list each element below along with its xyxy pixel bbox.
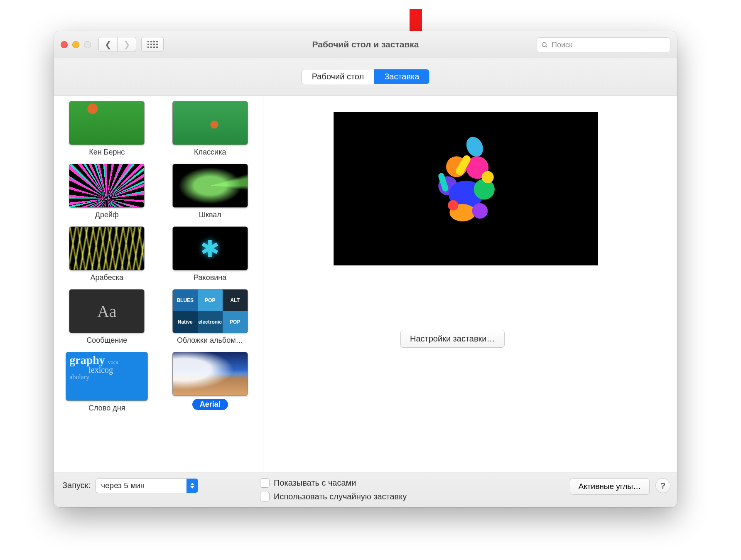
show-clock-checkbox[interactable]: Показывать с часами [260,478,407,488]
screensaver-preview[interactable] [334,112,598,265]
thumbnail: BLUESPOPALTNativeelectronicPOP [173,290,248,333]
screensaver-gallery[interactable]: Кен Бернс Классика Дрейф Шквал [54,96,263,472]
show-all-prefs-button[interactable] [141,37,164,52]
screensaver-album-covers[interactable]: BLUESPOPALTNativeelectronicPOP Обложки а… [163,290,258,345]
start-after-value: через 5 мин [96,478,186,493]
thumbnail [69,164,144,207]
screensaver-word-of-day[interactable]: graphy voca lexicog abulary Слово дня [60,352,154,413]
screensaver-options-button[interactable]: Настройки заставки… [400,330,505,348]
help-button[interactable]: ? [655,478,670,493]
preferences-window: ❮ ❯ Рабочий стол и заставка Поиск Рабочи… [54,31,677,507]
hot-corners-button[interactable]: Активные углы… [570,478,650,495]
screensaver-classic[interactable]: Классика [163,101,258,157]
search-placeholder: Поиск [552,41,572,49]
tab-screensaver[interactable]: Заставка [374,69,429,84]
screensaver-squall[interactable]: Шквал [163,164,258,219]
checkbox-icon [260,492,270,501]
tab-bar: Рабочий стол Заставка [54,58,677,96]
nav-back-button[interactable]: ❮ [98,37,118,52]
search-field[interactable]: Поиск [537,37,670,52]
nav-forward-button: ❯ [118,37,136,52]
window-controls [61,41,91,48]
thumbnail: Aa [69,290,144,333]
thumbnail [69,227,144,270]
thumbnail [173,352,248,395]
start-after-label: Запуск: [62,481,91,490]
svg-line-7 [546,46,547,47]
footer-controls: Запуск: через 5 мин Показывать с часами … [54,472,677,507]
thumbnail: graphy voca lexicog abulary [66,352,147,400]
checkbox-icon [260,478,270,488]
show-clock-label: Показывать с часами [274,478,356,488]
titlebar: ❮ ❯ Рабочий стол и заставка Поиск [54,31,677,58]
apple-logo-artwork [422,134,510,233]
zoom-button [84,41,91,48]
thumbnail [173,227,248,270]
thumbnail [173,101,248,145]
thumbnail [173,164,248,207]
search-icon [541,42,548,49]
screensaver-arabesque[interactable]: Арабеска [60,227,154,282]
svg-point-17 [448,200,458,211]
close-button[interactable] [61,41,68,48]
screensaver-aerial[interactable]: Aerial [163,352,258,413]
tab-desktop[interactable]: Рабочий стол [302,69,375,84]
svg-point-14 [481,171,493,183]
screensaver-message[interactable]: Aa Сообщение [60,290,154,345]
stepper-icon [186,479,198,493]
random-screensaver-checkbox[interactable]: Использовать случайную заставку [260,492,407,501]
svg-point-6 [542,42,546,47]
screensaver-drift[interactable]: Дрейф [60,164,154,219]
start-after-select[interactable]: через 5 мин [96,478,198,493]
preview-pane: Настройки заставки… [263,96,677,472]
screensaver-shell[interactable]: Раковина [163,227,258,282]
minimize-button[interactable] [72,41,79,48]
screensaver-ken-burns[interactable]: Кен Бернс [60,101,154,157]
thumbnail [69,101,144,145]
random-screensaver-label: Использовать случайную заставку [274,492,407,501]
svg-point-16 [472,203,488,219]
